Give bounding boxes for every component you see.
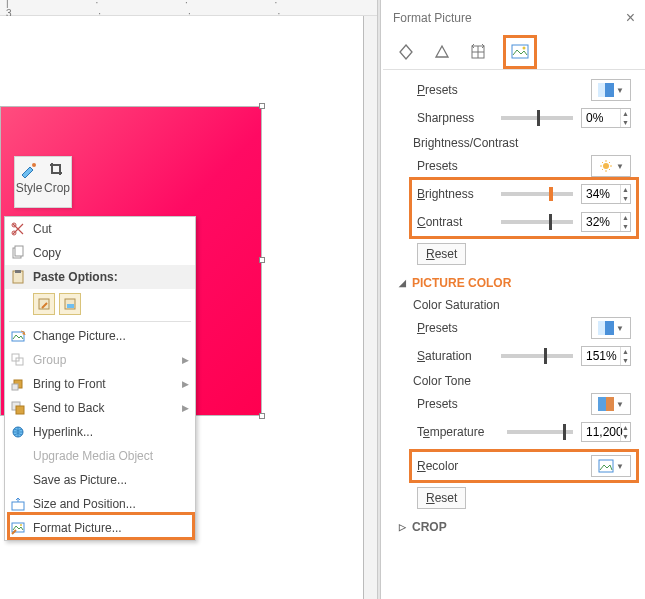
horizontal-ruler: 1 · · · | · · · 2 · · · | · · · 3 · · · … bbox=[0, 0, 377, 16]
chevron-down-icon: ▼ bbox=[616, 86, 624, 95]
crop-button[interactable]: Crop bbox=[43, 157, 71, 207]
saturation-row: Saturation 151%▲▼ bbox=[417, 342, 631, 370]
paste-keep-source-icon[interactable] bbox=[33, 293, 55, 315]
expand-arrow-icon: ▷ bbox=[399, 522, 406, 532]
spin-arrows[interactable]: ▲▼ bbox=[620, 185, 630, 203]
crop-heading[interactable]: ▷ CROP bbox=[399, 516, 631, 538]
saturation-presets-dropdown[interactable]: ▼ bbox=[591, 317, 631, 339]
panel-tabs bbox=[383, 34, 645, 70]
panel-title-row: Format Picture × bbox=[383, 0, 645, 32]
tab-picture-highlight bbox=[503, 35, 537, 69]
chevron-down-icon: ▼ bbox=[616, 400, 624, 409]
context-menu: Cut Copy Paste Options: Chan bbox=[4, 216, 196, 541]
tone-presets-row: Presets ▼ bbox=[417, 390, 631, 418]
vertical-scrollbar[interactable] bbox=[363, 16, 377, 599]
contrast-value[interactable]: 32%▲▼ bbox=[581, 212, 631, 232]
resize-handle[interactable] bbox=[259, 257, 265, 263]
spin-arrows[interactable]: ▲▼ bbox=[620, 423, 630, 441]
menu-bring-to-front[interactable]: Bring to Front ▶ bbox=[5, 372, 195, 396]
send-back-icon bbox=[10, 400, 26, 416]
menu-format-picture[interactable]: Format Picture... bbox=[5, 516, 195, 540]
menu-label: Change Picture... bbox=[33, 329, 126, 343]
saturation-slider[interactable] bbox=[501, 354, 573, 358]
presets-label: Presets bbox=[417, 397, 493, 411]
sun-icon bbox=[598, 159, 614, 173]
tone-presets-dropdown[interactable]: ▼ bbox=[591, 393, 631, 415]
menu-upgrade-media: Upgrade Media Object bbox=[5, 444, 195, 468]
close-icon[interactable]: × bbox=[626, 9, 635, 27]
sharpen-presets-dropdown[interactable]: ▼ bbox=[591, 79, 631, 101]
separator bbox=[9, 321, 191, 322]
tab-effects[interactable] bbox=[431, 41, 453, 63]
menu-save-as-picture[interactable]: Save as Picture... bbox=[5, 468, 195, 492]
chevron-down-icon: ▼ bbox=[616, 162, 624, 171]
bc-presets-dropdown[interactable]: ▼ bbox=[591, 155, 631, 177]
paste-icon bbox=[10, 269, 26, 285]
paste-picture-icon[interactable] bbox=[59, 293, 81, 315]
menu-copy[interactable]: Copy bbox=[5, 241, 195, 265]
spin-arrows[interactable]: ▲▼ bbox=[620, 213, 630, 231]
menu-label: Upgrade Media Object bbox=[33, 449, 153, 463]
spin-arrows[interactable]: ▲▼ bbox=[620, 347, 630, 365]
chevron-down-icon: ▼ bbox=[616, 462, 624, 471]
brightness-row: Brightness 34%▲▼ bbox=[417, 180, 631, 208]
panel-title: Format Picture bbox=[393, 11, 472, 25]
svg-point-26 bbox=[603, 163, 609, 169]
panel-body: Presets ▼ Sharpness 0%▲▼ Brightness/Cont… bbox=[383, 70, 645, 538]
menu-send-to-back[interactable]: Send to Back ▶ bbox=[5, 396, 195, 420]
recolor-row: Recolor ▼ bbox=[417, 452, 631, 480]
menu-hyperlink[interactable]: Hyperlink... bbox=[5, 420, 195, 444]
reset-row: Reset bbox=[417, 242, 631, 266]
brightness-slider[interactable] bbox=[501, 192, 573, 196]
tab-size[interactable] bbox=[467, 41, 489, 63]
temperature-value[interactable]: 11,200▲▼ bbox=[581, 422, 631, 442]
svg-rect-25 bbox=[605, 83, 614, 97]
presets-label: Presets bbox=[417, 159, 493, 173]
sharpen-presets-row: Presets ▼ bbox=[417, 76, 631, 104]
menu-label: Hyperlink... bbox=[33, 425, 93, 439]
svg-rect-7 bbox=[39, 299, 49, 309]
chevron-right-icon: ▶ bbox=[182, 403, 189, 413]
hyperlink-icon bbox=[10, 424, 26, 440]
change-picture-icon bbox=[10, 328, 26, 344]
slide-canvas[interactable]: Style Crop Cut Copy Paste Options: bbox=[0, 16, 377, 599]
svg-rect-22 bbox=[512, 45, 528, 58]
presets-label: Presets bbox=[417, 321, 493, 335]
sharpness-row: Sharpness 0%▲▼ bbox=[417, 104, 631, 132]
menu-label: Size and Position... bbox=[33, 497, 136, 511]
menu-cut[interactable]: Cut bbox=[5, 217, 195, 241]
svg-rect-16 bbox=[16, 406, 24, 414]
size-position-icon bbox=[10, 496, 26, 512]
contrast-slider[interactable] bbox=[501, 220, 573, 224]
saturation-presets-row: Presets ▼ bbox=[417, 314, 631, 342]
svg-point-0 bbox=[32, 163, 36, 167]
reset-button[interactable]: Reset bbox=[417, 487, 466, 509]
highlight-brightness-contrast: Brightness 34%▲▼ Contrast 32%▲▼ bbox=[409, 177, 639, 239]
tab-picture[interactable] bbox=[509, 41, 531, 63]
resize-handle[interactable] bbox=[259, 103, 265, 109]
tab-fill-line[interactable] bbox=[395, 41, 417, 63]
brightness-contrast-heading: Brightness/Contrast bbox=[413, 136, 631, 150]
resize-handle[interactable] bbox=[259, 413, 265, 419]
presets-icon bbox=[598, 321, 614, 335]
brightness-value[interactable]: 34%▲▼ bbox=[581, 184, 631, 204]
sharpness-slider[interactable] bbox=[501, 116, 573, 120]
bc-presets-row: Presets ▼ bbox=[417, 152, 631, 180]
reset-button[interactable]: Reset bbox=[417, 243, 466, 265]
svg-rect-29 bbox=[598, 397, 606, 411]
sharpness-value[interactable]: 0%▲▼ bbox=[581, 108, 631, 128]
contrast-row: Contrast 32%▲▼ bbox=[417, 208, 631, 236]
picture-color-heading[interactable]: ◢ PICTURE COLOR bbox=[399, 272, 631, 294]
recolor-label: Recolor bbox=[417, 459, 493, 473]
bring-front-icon bbox=[10, 376, 26, 392]
menu-label: Paste Options: bbox=[33, 270, 118, 284]
temperature-slider[interactable] bbox=[507, 430, 573, 434]
saturation-value[interactable]: 151%▲▼ bbox=[581, 346, 631, 366]
pane-splitter[interactable] bbox=[377, 0, 381, 599]
style-label: Style bbox=[16, 181, 43, 195]
menu-change-picture[interactable]: Change Picture... bbox=[5, 324, 195, 348]
recolor-dropdown[interactable]: ▼ bbox=[591, 455, 631, 477]
style-button[interactable]: Style bbox=[15, 157, 43, 207]
spin-arrows[interactable]: ▲▼ bbox=[620, 109, 630, 127]
menu-size-position[interactable]: Size and Position... bbox=[5, 492, 195, 516]
